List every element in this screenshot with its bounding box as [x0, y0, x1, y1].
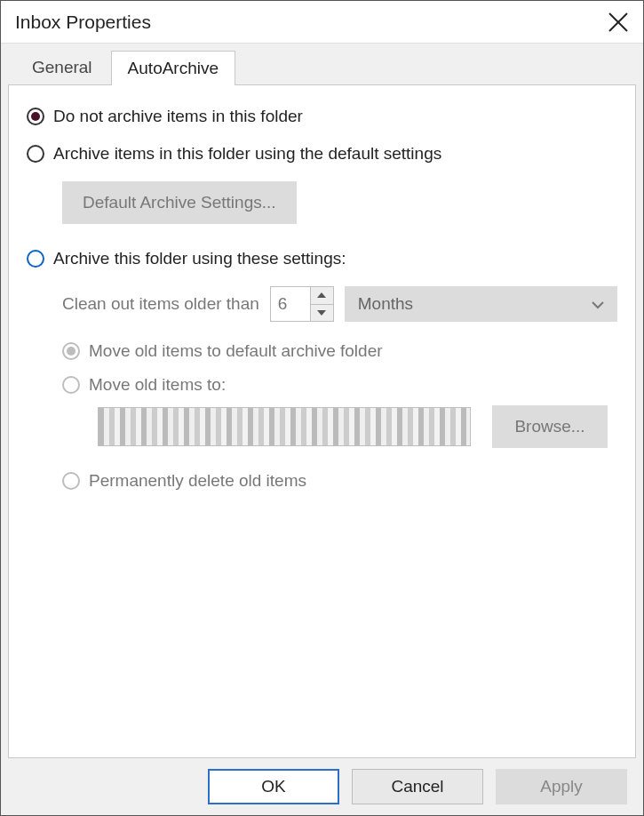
tab-general[interactable]: General — [15, 50, 109, 84]
apply-button[interactable]: Apply — [496, 769, 627, 804]
age-input[interactable] — [270, 286, 311, 322]
browse-button[interactable]: Browse... — [492, 405, 608, 448]
client-area: General AutoArchive Do not archive items… — [1, 44, 643, 815]
option-label: Archive items in this folder using the d… — [53, 144, 441, 164]
cancel-button[interactable]: Cancel — [352, 769, 483, 804]
radio-icon — [62, 342, 80, 360]
archive-path-input[interactable] — [98, 407, 471, 446]
option-move-default-folder[interactable]: Move old items to default archive folder — [62, 341, 617, 361]
option-label: Move old items to: — [89, 375, 226, 395]
default-settings-wrapper: Default Archive Settings... — [62, 181, 617, 224]
default-archive-settings-button[interactable]: Default Archive Settings... — [62, 181, 297, 224]
combobox-value: Months — [358, 294, 413, 314]
tab-panel: Do not archive items in this folder Arch… — [8, 84, 636, 758]
tab-autoarchive[interactable]: AutoArchive — [111, 51, 235, 85]
option-label: Archive this folder using these settings… — [53, 249, 346, 268]
option-archive-custom[interactable]: Archive this folder using these settings… — [27, 249, 617, 268]
clean-out-row: Clean out items older than Months — [62, 286, 617, 322]
radio-icon — [62, 376, 80, 394]
titlebar: Inbox Properties — [1, 1, 643, 44]
unit-combobox[interactable]: Months — [345, 286, 617, 322]
close-icon — [606, 10, 631, 35]
dialog-footer: OK Cancel Apply — [8, 758, 636, 815]
ok-button[interactable]: OK — [208, 769, 339, 804]
chevron-down-icon — [592, 294, 604, 314]
age-spinner — [270, 286, 334, 322]
option-do-not-archive[interactable]: Do not archive items in this folder — [27, 107, 617, 126]
option-move-to[interactable]: Move old items to: — [62, 375, 617, 395]
chevron-up-icon — [317, 292, 326, 298]
option-label: Move old items to default archive folder — [89, 341, 383, 361]
svg-marker-3 — [317, 310, 326, 316]
dialog-window: Inbox Properties General AutoArchive Do … — [0, 0, 644, 816]
window-title: Inbox Properties — [15, 12, 151, 33]
chevron-down-icon — [317, 310, 326, 316]
radio-icon — [27, 108, 44, 125]
move-to-path-row: Browse... — [98, 405, 617, 448]
radio-icon — [27, 145, 44, 163]
option-permanently-delete[interactable]: Permanently delete old items — [62, 471, 617, 491]
spinner-up-button[interactable] — [311, 286, 334, 304]
svg-marker-2 — [317, 292, 326, 298]
spinner-down-button[interactable] — [311, 304, 334, 323]
option-label: Permanently delete old items — [89, 471, 306, 491]
clean-out-label: Clean out items older than — [62, 294, 259, 314]
spinner-buttons — [311, 286, 334, 322]
option-label: Do not archive items in this folder — [53, 107, 303, 126]
option-archive-default[interactable]: Archive items in this folder using the d… — [27, 144, 617, 164]
close-button[interactable] — [606, 10, 631, 35]
tab-strip: General AutoArchive — [15, 44, 636, 84]
radio-icon — [62, 472, 80, 490]
radio-icon — [27, 250, 44, 268]
